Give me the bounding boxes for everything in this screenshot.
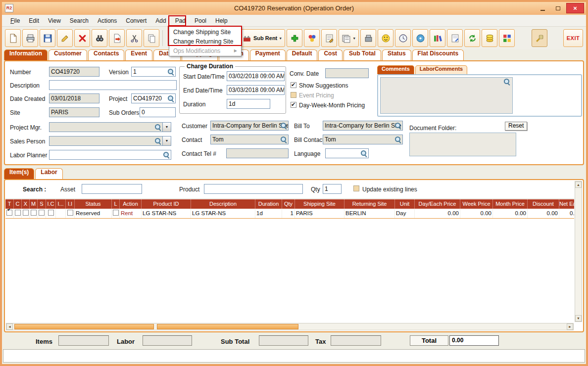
find-button[interactable] [92,29,107,47]
catalog-books-button[interactable] [430,29,445,47]
menu-help[interactable]: Help [211,16,232,26]
tab-payment[interactable]: Payment [250,49,286,60]
new-document-button[interactable] [5,29,21,47]
tab-customer[interactable]: Customer [49,49,87,60]
save-button[interactable] [40,29,55,47]
bill-contact-field[interactable]: Tom [323,135,403,144]
menu-search[interactable]: Search [65,16,93,26]
column-header-product-id[interactable]: Product ID [142,199,191,209]
scroll-left-icon[interactable]: ◄ [6,323,13,330]
project-mgr-dropdown-button[interactable]: ▼ [162,122,171,132]
column-header-discount[interactable]: Discount [528,199,559,209]
number-field[interactable]: CO419720 [49,67,99,77]
row-checkbox-s[interactable] [39,210,45,216]
tab-sub-total[interactable]: Sub Total [343,49,381,60]
customer-lookup-icon[interactable] [281,123,287,129]
close-button[interactable]: × [566,3,584,13]
scroll-down-icon[interactable]: ▼ [575,315,582,321]
column-header-i[interactable]: I... [56,199,66,209]
sub-rent-button[interactable]: Sub Rent ▼ [240,29,285,47]
column-header-l[interactable]: L [112,199,120,209]
column-header-month-price[interactable]: Month Price [493,199,528,209]
column-header-unit[interactable]: Unit [395,199,415,209]
clock-button[interactable] [395,29,411,47]
scroll-up-icon[interactable]: ▲ [575,182,582,188]
language-field[interactable] [325,148,369,158]
h-scrollbar-thumb[interactable] [157,324,298,329]
document-folder-area[interactable] [409,133,516,156]
product-input[interactable] [204,184,303,194]
column-header-t[interactable]: T [5,199,14,209]
tab-cost[interactable]: Cost [318,49,343,60]
column-header-shipping-site[interactable]: Shipping Site [295,199,344,209]
project-mgr-field[interactable] [49,122,163,132]
tab-laborcomments[interactable]: LaborComments [415,65,467,74]
tab-labor[interactable]: Labor [35,168,62,179]
column-header-s[interactable]: S [38,199,46,209]
project-field[interactable]: CO419720 [131,93,176,103]
comments-textarea[interactable] [380,77,513,114]
contact-lookup-icon[interactable] [281,137,287,143]
tab-status[interactable]: Status [382,49,411,60]
menu-pad[interactable]: Pad [171,16,190,26]
menu-file[interactable]: File [6,16,24,26]
tab-items[interactable]: Item(s) [4,168,34,179]
bill-to-lookup-icon[interactable] [395,123,401,129]
labor-planner-lookup-icon[interactable] [163,152,170,158]
menu-add[interactable]: Add [151,16,170,26]
sub-orders-field[interactable]: 0 [140,107,176,117]
column-header-i-c[interactable]: I.C [46,199,56,209]
show-suggestions-checkbox[interactable] [291,82,296,88]
asset-input[interactable] [82,184,142,194]
customer-field[interactable]: Intra-Company for Berlin Site [210,121,289,131]
menu-pool[interactable]: Pool [190,16,211,26]
exit-button[interactable]: EXIT [563,29,583,47]
tab-contacts[interactable]: Contacts [88,49,124,60]
menu-actions[interactable]: Actions [93,16,121,26]
table-row[interactable]: ReservedRentLG STAR-NSLG STAR-NS1d1PARIS… [5,209,574,219]
notes-button[interactable] [447,29,463,47]
column-header-status[interactable]: Status [75,199,112,209]
menu-convert[interactable]: Convert [121,16,151,26]
reset-button[interactable]: Reset [505,122,527,131]
column-header-description[interactable]: Description [191,199,255,209]
cut-button[interactable] [126,29,142,47]
delete-button[interactable] [74,29,90,47]
language-lookup-icon[interactable] [361,150,367,157]
menu-view[interactable]: View [44,16,65,26]
currency-button[interactable] [482,29,497,47]
contact-tel-field[interactable] [226,148,289,158]
column-header-returning-site[interactable]: Returning Site [344,199,395,209]
labor-planner-field[interactable] [49,150,171,160]
print-button[interactable] [22,29,38,47]
update-existing-lines-checkbox[interactable] [353,185,359,191]
bill-contact-lookup-icon[interactable] [395,137,401,143]
column-header-duration[interactable]: Duration [255,199,282,209]
bill-to-field[interactable]: Intra-Company for Berlin Site [323,121,403,131]
horizontal-scrollbar[interactable]: ◄ ► [6,323,574,330]
export-document-button[interactable] [109,29,125,47]
site-building-button[interactable] [360,29,376,47]
project-mgr-lookup-icon[interactable] [155,124,161,131]
column-header-qty[interactable]: Qty [282,199,295,209]
project-lookup-icon[interactable] [168,95,174,102]
column-header-c[interactable]: C [14,199,22,209]
row-checkbox-x[interactable] [23,210,29,216]
row-checkbox-i-c[interactable] [48,210,54,216]
edit-button[interactable] [57,29,73,47]
column-header-net-ea[interactable]: Net Ea... [559,199,574,209]
tab-flat-discounts[interactable]: Flat Discounts [412,49,464,60]
kit-group-button[interactable] [304,29,320,47]
tab-event[interactable]: Event [125,49,152,60]
version-field[interactable]: 1 [131,67,176,77]
menu-item-change-shipping-site[interactable]: Change Shipping Site [169,27,241,37]
refresh-button[interactable] [464,29,480,47]
tab-information[interactable]: Information [4,49,48,60]
conv-date-field[interactable] [325,68,369,78]
end-datetime-field[interactable]: 03/03/2018 09:00 AM [227,85,285,95]
row-checkbox-i-i[interactable] [67,210,73,216]
row-checkbox-c[interactable] [15,210,21,216]
maximize-button[interactable] [551,3,565,13]
menu-edit[interactable]: Edit [24,16,44,26]
sales-person-field[interactable] [49,136,163,146]
